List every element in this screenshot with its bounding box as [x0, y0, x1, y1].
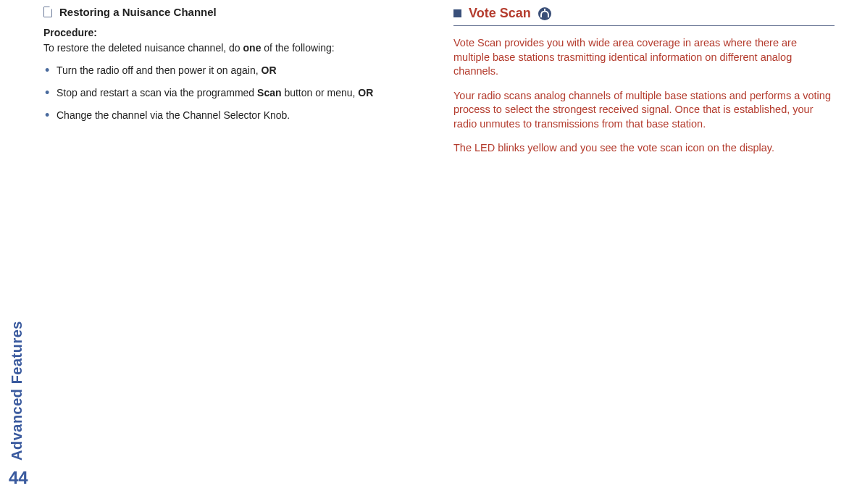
bullet-text-mid: button or menu, [282, 87, 359, 98]
bullet-bold-2: OR [358, 87, 373, 98]
page-number: 44 [9, 468, 28, 488]
bullet-text: Stop and restart a scan via the programm… [57, 87, 257, 98]
bullet-bold: OR [262, 64, 277, 76]
procedure-bullets: Turn the radio off and then power it on … [43, 64, 424, 122]
list-item: Change the channel via the Channel Selec… [43, 109, 424, 122]
content-columns: Restoring a Nuisance Channel Procedure: … [43, 6, 835, 166]
bullet-text: Turn the radio off and then power it on … [57, 64, 262, 76]
square-bullet-icon [453, 9, 461, 17]
intro-text-bold: one [243, 42, 262, 54]
document-icon [43, 7, 52, 17]
body-paragraph: The LED blinks yellow and you see the vo… [453, 141, 835, 156]
procedure-label: Procedure: [43, 27, 424, 38]
bullet-bold: Scan [257, 87, 281, 98]
section-tab-label: Advanced Features [9, 321, 25, 461]
sidebar: Advanced Features 44 [9, 321, 28, 488]
body-paragraph: Vote Scan provides you with wide area co… [453, 36, 835, 79]
procedure-intro: To restore the deleted nuisance channel,… [43, 41, 424, 55]
subsection-title: Restoring a Nuisance Channel [59, 6, 217, 18]
intro-text-pre: To restore the deleted nuisance channel,… [43, 42, 243, 54]
list-item: Stop and restart a scan via the programm… [43, 86, 424, 100]
section-title: Vote Scan [469, 6, 531, 21]
body-paragraph: Your radio scans analog channels of mult… [453, 89, 835, 132]
list-item: Turn the radio off and then power it on … [43, 64, 424, 77]
section-heading: Vote Scan [453, 6, 835, 26]
subsection-heading: Restoring a Nuisance Channel [43, 6, 424, 18]
bullet-text: Change the channel via the Channel Selec… [57, 109, 290, 121]
left-column: Restoring a Nuisance Channel Procedure: … [43, 6, 424, 166]
vote-scan-icon [538, 7, 551, 20]
right-column: Vote Scan Vote Scan provides you with wi… [453, 6, 835, 166]
document-page: Advanced Features 44 Restoring a Nuisanc… [0, 0, 849, 504]
intro-text-post: of the following: [261, 42, 334, 54]
